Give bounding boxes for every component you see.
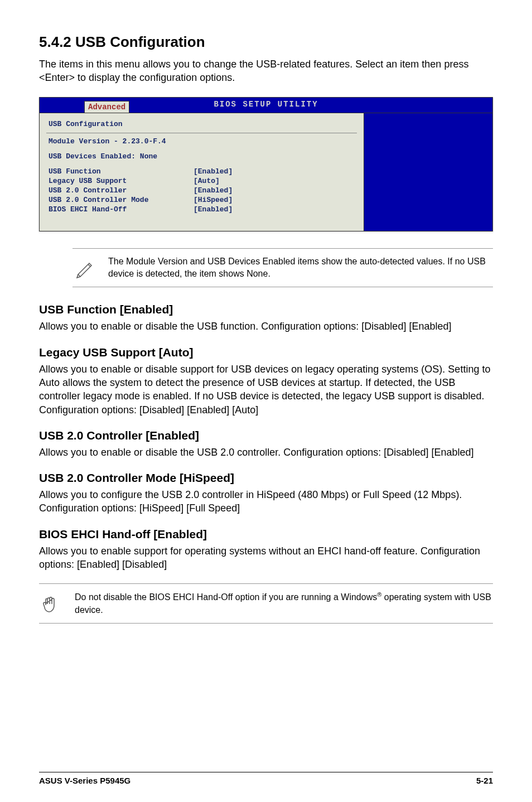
bios-row-value: [Enabled] bbox=[194, 205, 233, 214]
heading-ehci-handoff: BIOS EHCI Hand-off [Enabled] bbox=[39, 528, 493, 541]
body-legacy-usb: Allows you to enable or disable support … bbox=[39, 363, 493, 417]
heading-usb-function: USB Function [Enabled] bbox=[39, 303, 493, 316]
section-heading: 5.4.2 USB Configuration bbox=[39, 33, 493, 51]
body-usb20-controller: Allows you to enable or disable the USB … bbox=[39, 446, 493, 459]
bios-header: BIOS SETUP UTILITY Advanced bbox=[40, 98, 492, 113]
bios-row-value: [Enabled] bbox=[194, 167, 233, 176]
note-text: The Module Version and USB Devices Enabl… bbox=[108, 255, 493, 281]
bios-title: BIOS SETUP UTILITY bbox=[214, 100, 318, 109]
heading-legacy-usb: Legacy USB Support [Auto] bbox=[39, 346, 493, 359]
heading-usb20-mode: USB 2.0 Controller Mode [HiSpeed] bbox=[39, 471, 493, 485]
bios-row-label: USB Function bbox=[49, 167, 194, 176]
body-usb20-mode: Allows you to configure the USB 2.0 cont… bbox=[39, 488, 493, 515]
heading-usb20-controller: USB 2.0 Controller [Enabled] bbox=[39, 429, 493, 442]
body-usb-function: Allows you to enable or disable the USB … bbox=[39, 320, 493, 333]
bios-row-usb20-controller[interactable]: USB 2.0 Controller [Enabled] bbox=[46, 186, 357, 195]
note-ehci-warning: Do not disable the BIOS EHCI Hand-Off op… bbox=[39, 583, 493, 624]
note-module-version: The Module Version and USB Devices Enabl… bbox=[72, 248, 493, 288]
footer-page-number: 5-21 bbox=[476, 776, 493, 785]
section-intro: The items in this menu allows you to cha… bbox=[39, 57, 493, 85]
bios-row-value: [HiSpeed] bbox=[194, 196, 233, 204]
bios-setup-window: BIOS SETUP UTILITY Advanced USB Configur… bbox=[39, 97, 493, 231]
pencil-icon bbox=[72, 255, 97, 279]
footer-product: ASUS V-Series P5945G bbox=[39, 776, 130, 785]
note-text-part1: Do not disable the BIOS EHCI Hand-Off op… bbox=[75, 593, 377, 602]
bios-row-value: [Auto] bbox=[194, 177, 220, 185]
note-text: Do not disable the BIOS EHCI Hand-Off op… bbox=[75, 591, 493, 616]
bios-panel-title: USB Configuration bbox=[46, 118, 357, 131]
body-ehci-handoff: Allows you to enable support for operati… bbox=[39, 544, 493, 572]
bios-row-value: [Enabled] bbox=[194, 186, 233, 195]
bios-devices-enabled: USB Devices Enabled: None bbox=[46, 152, 357, 161]
bios-row-ehci-handoff[interactable]: BIOS EHCI Hand-Off [Enabled] bbox=[46, 205, 357, 214]
bios-row-usb-function[interactable]: USB Function [Enabled] bbox=[46, 167, 357, 176]
bios-row-label: USB 2.0 Controller bbox=[49, 186, 194, 195]
bios-row-label: Legacy USB Support bbox=[49, 177, 194, 185]
bios-main-panel: USB Configuration Module Version - 2.23.… bbox=[40, 113, 364, 231]
bios-module-version: Module Version - 2.23.0-F.4 bbox=[46, 137, 357, 146]
bios-row-label: USB 2.0 Controller Mode bbox=[49, 196, 194, 204]
bios-help-panel bbox=[364, 113, 492, 231]
page-footer: ASUS V-Series P5945G 5-21 bbox=[39, 772, 493, 785]
hand-icon bbox=[39, 591, 64, 614]
bios-row-usb20-mode[interactable]: USB 2.0 Controller Mode [HiSpeed] bbox=[46, 195, 357, 205]
bios-row-legacy-usb[interactable]: Legacy USB Support [Auto] bbox=[46, 176, 357, 186]
bios-tab-advanced[interactable]: Advanced bbox=[84, 101, 129, 113]
bios-row-label: BIOS EHCI Hand-Off bbox=[49, 205, 194, 214]
